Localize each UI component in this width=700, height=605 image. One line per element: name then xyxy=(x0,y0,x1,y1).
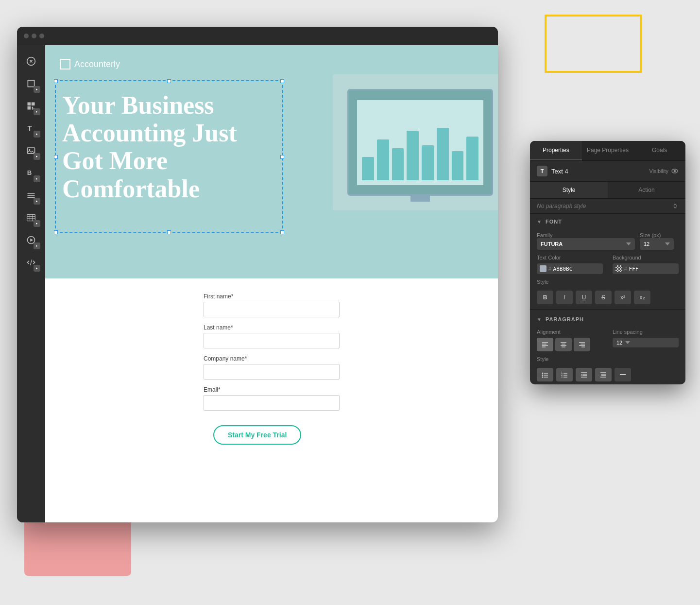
svg-line-23 xyxy=(30,259,32,265)
visibility-button[interactable]: Visibility xyxy=(649,167,679,175)
tab-properties[interactable]: Properties xyxy=(530,141,582,160)
italic-button[interactable]: I xyxy=(556,291,573,304)
align-right-button[interactable] xyxy=(574,338,590,351)
monitor-stand xyxy=(410,194,430,202)
handle-bot-mid[interactable] xyxy=(167,230,171,234)
text-color-swatch xyxy=(540,265,546,272)
paragraph-style-input[interactable] xyxy=(537,203,672,209)
editor-body: ▸ ▸ T ▸ ▸ B ▸ ▸ xyxy=(17,45,498,522)
svg-rect-8 xyxy=(32,108,33,110)
tab-action[interactable]: Action xyxy=(608,182,685,198)
handle-mid-right[interactable] xyxy=(280,155,284,159)
indent-increase-button[interactable] xyxy=(576,368,592,381)
sidebar-icon-brand[interactable]: B ▸ xyxy=(21,163,41,183)
bg-color-swatch xyxy=(615,265,622,272)
text-color-value[interactable]: A8B0BC xyxy=(553,266,573,272)
line-spacing-label: Line spacing xyxy=(613,329,679,335)
font-chevron[interactable]: ▼ xyxy=(537,219,542,225)
image-badge: ▸ xyxy=(34,153,40,160)
svg-rect-4 xyxy=(31,103,34,106)
handle-bot-left[interactable] xyxy=(54,230,58,234)
sidebar-icon-text[interactable]: T ▸ xyxy=(21,118,41,138)
subscript-button[interactable]: x₂ xyxy=(634,291,650,304)
bold-button[interactable]: B xyxy=(537,291,553,304)
sidebar-icon-list[interactable]: ▸ xyxy=(21,185,41,206)
text-color-hash: # xyxy=(548,266,551,272)
strikethrough-button[interactable]: S xyxy=(595,291,612,304)
element-name-row: T Text 4 xyxy=(537,166,568,176)
ordered-list-button[interactable]: 1. 2. 3. xyxy=(556,368,573,381)
line-spacing-section: Line spacing 12 xyxy=(613,329,679,347)
qr-badge: ▸ xyxy=(34,108,40,115)
sidebar-icon-code[interactable]: ▸ xyxy=(21,252,41,273)
monitor-screen xyxy=(357,100,483,185)
handle-bot-right[interactable] xyxy=(280,230,284,234)
unordered-list-button[interactable] xyxy=(537,368,553,381)
eye-icon xyxy=(671,167,679,175)
size-dropdown-arrow xyxy=(665,242,670,246)
tab-style[interactable]: Style xyxy=(530,182,608,198)
handle-top-right[interactable] xyxy=(280,79,284,83)
title-bar xyxy=(17,27,498,45)
firstname-input[interactable] xyxy=(204,302,340,317)
indent-decrease-icon xyxy=(600,371,607,378)
list-style-row: 1. 2. 3. xyxy=(530,365,685,384)
sidebar-icon-layers[interactable]: ▸ xyxy=(21,73,41,94)
bg-color-swatch-area[interactable]: # FFF xyxy=(613,263,679,274)
horizontal-rule-button[interactable] xyxy=(615,368,631,381)
editor-window: ▸ ▸ T ▸ ▸ B ▸ ▸ xyxy=(17,27,498,522)
text-badge: ▸ xyxy=(34,131,40,138)
text-color-swatch-area[interactable]: # A8B0BC xyxy=(537,263,603,274)
svg-rect-2 xyxy=(28,81,34,86)
sidebar-icon-video[interactable]: ▸ xyxy=(21,230,41,250)
hr-icon xyxy=(619,371,626,378)
trial-button[interactable]: Start My Free Trial xyxy=(213,425,301,445)
window-dot-2[interactable] xyxy=(32,34,36,38)
yellow-border-decoration xyxy=(545,15,642,73)
indent-decrease-button[interactable] xyxy=(595,368,612,381)
line-spacing-select[interactable]: 12 xyxy=(613,338,679,347)
window-dot-3[interactable] xyxy=(39,34,44,38)
email-label: Email* xyxy=(204,386,340,393)
indent-increase-icon xyxy=(580,371,587,378)
handle-top-mid[interactable] xyxy=(167,79,171,83)
tab-page-properties[interactable]: Page Properties xyxy=(582,141,634,160)
window-dot-1[interactable] xyxy=(24,34,29,38)
paragraph-chevron[interactable]: ▼ xyxy=(537,317,542,322)
tab-goals[interactable]: Goals xyxy=(633,141,685,160)
form-group-email: Email* xyxy=(204,386,340,411)
handle-top-left[interactable] xyxy=(54,79,58,83)
paragraph-style-row xyxy=(530,199,685,214)
svg-text:3.: 3. xyxy=(561,375,563,378)
props-scroll-area[interactable]: ▼ FONT Family FUTURA Size (px) 12 xyxy=(530,199,685,384)
unordered-list-icon xyxy=(542,371,548,378)
font-family-select[interactable]: FUTURA xyxy=(537,238,635,250)
chart-bar-8 xyxy=(466,137,478,180)
sidebar-icon-table[interactable]: ▸ xyxy=(21,207,41,228)
lastname-input[interactable] xyxy=(204,333,340,348)
svg-point-25 xyxy=(674,170,675,172)
sidebar-icon-dashboard[interactable] xyxy=(21,51,41,71)
underline-button[interactable]: U xyxy=(576,291,592,304)
bg-color-value[interactable]: FFF xyxy=(629,266,639,272)
align-left-button[interactable] xyxy=(537,338,553,351)
sidebar-icon-qr[interactable]: ▸ xyxy=(21,96,41,116)
email-input[interactable] xyxy=(204,395,340,411)
sidebar-icon-image[interactable]: ▸ xyxy=(21,140,41,161)
svg-text:T: T xyxy=(27,124,32,132)
size-label: Size (px) xyxy=(640,232,679,238)
ordered-list-icon: 1. 2. 3. xyxy=(561,371,568,378)
form-section: First name* Last name* Company name* Ema… xyxy=(189,278,354,459)
element-type-icon: T xyxy=(537,166,547,176)
svg-text:B: B xyxy=(27,169,32,176)
handle-mid-left[interactable] xyxy=(54,155,58,159)
superscript-button[interactable]: x² xyxy=(615,291,631,304)
company-input[interactable] xyxy=(204,364,340,380)
align-center-button[interactable] xyxy=(555,338,572,351)
font-size-select[interactable]: 12 xyxy=(640,238,674,250)
color-row: Text Color # A8B0BC Background # FFF xyxy=(530,253,685,276)
text-color-section: Text Color # A8B0BC xyxy=(537,255,603,274)
paragraph-section-title: PARAGRAPH xyxy=(546,316,584,322)
alignment-label: Alignment xyxy=(537,329,603,335)
chart-bar-5 xyxy=(422,145,434,180)
